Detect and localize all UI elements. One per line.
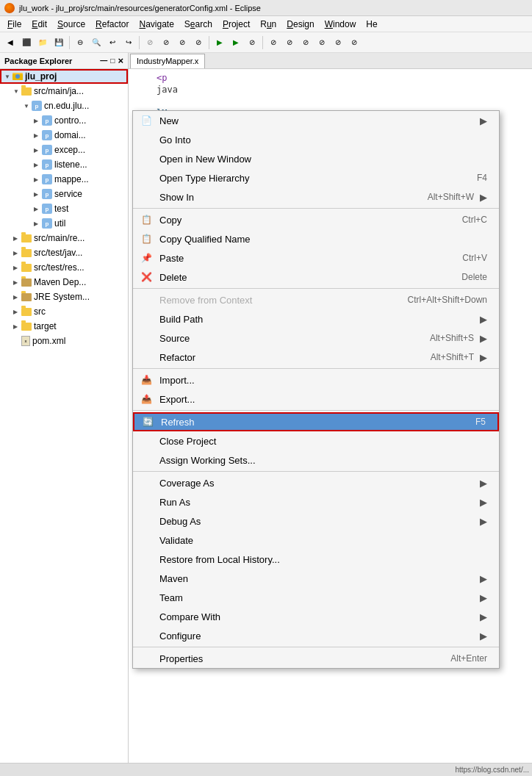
toolbar-sep-3 [209,36,209,49]
cm-item-open-new-window[interactable]: Open in New Window [133,149,499,168]
cm-item-new[interactable]: 📄 New ▶ [133,111,499,130]
cm-item-assign-working-sets[interactable]: Assign Working Sets... [133,450,499,470]
cm-item-refactor[interactable]: Refactor Alt+Shift+T ▶ [133,348,499,367]
cm-item-show-in[interactable]: Show In Alt+Shift+W ▶ [133,187,499,206]
cm-item-debug-as[interactable]: Debug As ▶ [133,511,499,531]
tree-item-excep[interactable]: ▶ p excep... [0,143,128,157]
menu-window[interactable]: Window [320,18,361,31]
cm-item-import[interactable]: 📥 Import... [133,370,499,389]
menu-source[interactable]: Source [53,18,90,31]
editor-tab-industry-mapper[interactable]: IndustryMapper.x [130,54,205,68]
cm-sep-2 [133,288,499,289]
toolbar-btn-19[interactable]: ⊘ [347,35,362,50]
debug-btn[interactable]: ▶ [229,35,243,50]
cm-shortcut-open-type-hierarchy: F4 [477,173,487,183]
tree-item-contro[interactable]: ▶ p contro... [0,113,128,128]
tree-item-service[interactable]: ▶ p service [0,187,128,201]
tree-item-src[interactable]: ▶ src [0,304,128,319]
cm-item-close-project[interactable]: Close Project [133,431,499,450]
toolbar-btn-12[interactable]: ⊘ [191,35,206,50]
menu-design[interactable]: Design [282,18,318,31]
cm-item-copy-qualified[interactable]: 📋 Copy Qualified Name [133,229,499,248]
tree-item-test[interactable]: ▶ p test [0,201,128,216]
tree-item-mappe[interactable]: ▶ p mappe... [0,172,128,187]
toolbar-btn-4[interactable]: 💾 [51,35,66,50]
tree-item-maven-dep[interactable]: ▶ Maven Dep... [0,275,128,290]
cm-item-export[interactable]: 📤 Export... [133,389,499,409]
menu-help[interactable]: He [362,18,381,31]
tree-item-src-main-ja[interactable]: ▼ src/main/ja... [0,84,128,98]
cm-item-properties[interactable]: Properties Alt+Enter [133,649,499,668]
tree-item-listene[interactable]: ▶ p listene... [0,157,128,172]
cm-item-paste[interactable]: 📌 Paste Ctrl+V [133,248,499,267]
cm-label-copy-qualified: Copy Qualified Name [159,234,487,245]
toolbar-btn-15[interactable]: ⊘ [282,35,297,50]
tree-item-domai[interactable]: ▶ p domai... [0,128,128,143]
run-btn[interactable]: ▶ [212,35,227,50]
pkg-icon-cn-edu: p [32,101,42,111]
toolbar-btn-14[interactable]: ⊘ [266,35,281,50]
cm-item-configure[interactable]: Configure ▶ [133,626,499,645]
tree-item-target[interactable]: ▶ target [0,319,128,334]
toolbar-btn-16[interactable]: ⊘ [298,35,313,50]
pe-close-icon[interactable]: × [118,55,123,66]
cm-item-coverage-as[interactable]: Coverage As ▶ [133,473,499,492]
cm-item-run-as[interactable]: Run As ▶ [133,492,499,511]
cm-label-compare-with: Compare With [159,611,474,622]
title-bar: jlu_work - jlu_proj/src/main/resources/g… [0,0,532,16]
cm-item-restore-local[interactable]: Restore from Local History... [133,550,499,569]
toolbar-btn-8[interactable]: ↪ [121,35,136,50]
cm-label-coverage-as: Coverage As [159,478,474,489]
cm-item-team[interactable]: Team ▶ [133,588,499,607]
toolbar-btn-11[interactable]: ⊘ [175,35,190,50]
toolbar-btn-6[interactable]: 🔍 [89,35,104,50]
cm-item-refresh[interactable]: 🔄 Refresh F5 [133,412,499,431]
tree-item-jlu-proj[interactable]: ▼ jlu_proj [0,69,128,84]
cm-label-properties: Properties [159,653,450,664]
cm-item-maven[interactable]: Maven ▶ [133,569,499,588]
cm-item-delete[interactable]: ❌ Delete Delete [133,267,499,287]
menu-navigate[interactable]: Navigate [134,18,178,31]
cm-label-configure: Configure [159,630,474,642]
tree-label-pom-xml: pom.xml [32,336,65,346]
cm-sep-3 [133,368,499,369]
tree-item-cn-edu-jlu[interactable]: ▼ p cn.edu.jlu... [0,98,128,113]
tree-item-src-test-ja[interactable]: ▶ src/test/jav... [0,245,128,260]
cm-item-go-into[interactable]: Go Into [133,130,499,149]
cm-item-build-path[interactable]: Build Path ▶ [133,309,499,328]
tree-label-contro: contro... [54,115,86,126]
toolbar-btn-9[interactable]: ⊘ [143,35,157,50]
cm-item-validate[interactable]: Validate [133,531,499,550]
cm-item-source[interactable]: Source Alt+Shift+S ▶ [133,328,499,348]
toolbar-btn-7[interactable]: ↩ [105,35,120,50]
menu-search[interactable]: Search [180,18,217,31]
menu-project[interactable]: Project [218,18,254,31]
toolbar-btn-10[interactable]: ⊘ [159,35,173,50]
cm-arrow-configure: ▶ [480,630,487,642]
tree-item-jre-system[interactable]: ▶ JRE System... [0,290,128,304]
menu-file[interactable]: File [3,18,26,31]
folder-icon-src-main [21,87,32,96]
toolbar-btn-18[interactable]: ⊘ [331,35,345,50]
menu-run[interactable]: Run [256,18,281,31]
toolbar-btn-13[interactable]: ⊘ [245,35,259,50]
cm-item-compare-with[interactable]: Compare With ▶ [133,607,499,626]
tree-item-util[interactable]: ▶ p util [0,216,128,231]
cm-item-open-type-hierarchy[interactable]: Open Type Hierarchy F4 [133,168,499,187]
pe-maximize-icon[interactable]: □ [110,57,115,65]
toolbar-btn-5[interactable]: ⊖ [73,35,87,50]
package-explorer: Package Explorer — □ × ▼ jlu_proj ▼ src/… [0,53,129,776]
pkg-icon-test: p [42,204,52,214]
cm-item-copy[interactable]: 📋 Copy Ctrl+C [133,210,499,229]
cm-label-team: Team [159,592,474,603]
tree-item-src-test-re[interactable]: ▶ src/test/res... [0,260,128,275]
menu-edit[interactable]: Edit [27,18,51,31]
toolbar-btn-3[interactable]: 📁 [35,35,50,50]
pe-minimize-icon[interactable]: — [100,57,107,65]
tree-item-pom-xml[interactable]: ▶ x pom.xml [0,334,128,348]
menu-refactor[interactable]: Refactor [91,18,133,31]
toolbar-btn-1[interactable]: ◀ [3,35,18,50]
tree-item-src-main-re[interactable]: ▶ src/main/re... [0,231,128,245]
toolbar-btn-17[interactable]: ⊘ [314,35,329,50]
toolbar-btn-2[interactable]: ⬛ [19,35,34,50]
